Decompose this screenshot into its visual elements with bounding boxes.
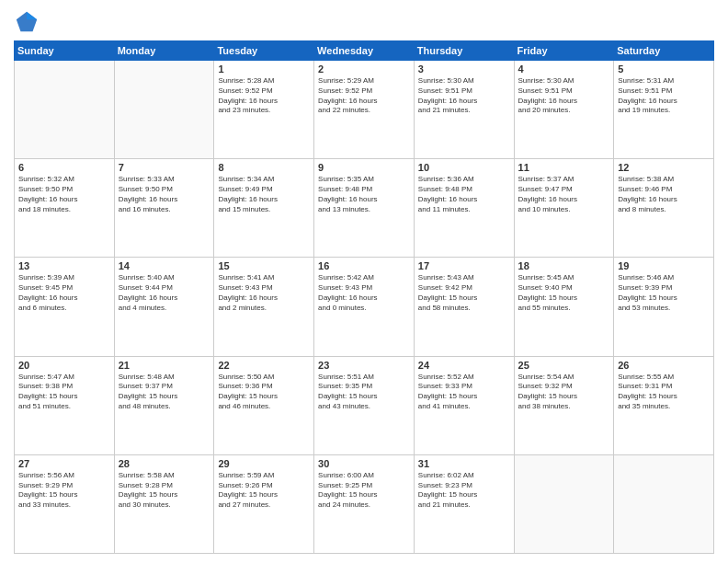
calendar-cell: 11Sunrise: 5:37 AM Sunset: 9:47 PM Dayli…	[514, 159, 614, 258]
day-number: 23	[318, 360, 410, 371]
cell-details: Sunrise: 5:54 AM Sunset: 9:32 PM Dayligh…	[518, 373, 610, 412]
day-number: 21	[119, 360, 210, 371]
page: SundayMondayTuesdayWednesdayThursdayFrid…	[0, 0, 728, 563]
cell-details: Sunrise: 5:51 AM Sunset: 9:35 PM Dayligh…	[318, 373, 410, 412]
calendar-cell: 15Sunrise: 5:41 AM Sunset: 9:43 PM Dayli…	[214, 258, 314, 356]
header	[14, 9, 714, 35]
day-number: 2	[318, 63, 410, 75]
calendar-cell: 19Sunrise: 5:46 AM Sunset: 9:39 PM Dayli…	[614, 258, 714, 356]
weekday-header: Sunday	[15, 41, 115, 61]
day-number: 17	[418, 260, 510, 271]
svg-marker-1	[27, 12, 37, 19]
calendar-week-row: 6Sunrise: 5:32 AM Sunset: 9:50 PM Daylig…	[15, 159, 714, 258]
day-number: 30	[318, 458, 410, 469]
calendar-cell: 26Sunrise: 5:55 AM Sunset: 9:31 PM Dayli…	[614, 356, 714, 454]
calendar-cell: 9Sunrise: 5:35 AM Sunset: 9:48 PM Daylig…	[314, 159, 415, 258]
day-number: 9	[318, 162, 410, 173]
calendar-cell: 23Sunrise: 5:51 AM Sunset: 9:35 PM Dayli…	[314, 356, 415, 454]
cell-details: Sunrise: 5:32 AM Sunset: 9:50 PM Dayligh…	[18, 175, 110, 214]
cell-details: Sunrise: 5:37 AM Sunset: 9:47 PM Dayligh…	[518, 175, 610, 214]
weekday-row: SundayMondayTuesdayWednesdayThursdayFrid…	[15, 41, 714, 61]
cell-details: Sunrise: 5:35 AM Sunset: 9:48 PM Dayligh…	[318, 175, 410, 214]
cell-details: Sunrise: 5:52 AM Sunset: 9:33 PM Dayligh…	[418, 373, 510, 412]
cell-details: Sunrise: 5:28 AM Sunset: 9:52 PM Dayligh…	[218, 76, 310, 116]
day-number: 25	[518, 360, 610, 371]
calendar-cell: 21Sunrise: 5:48 AM Sunset: 9:37 PM Dayli…	[114, 356, 214, 454]
calendar-cell: 25Sunrise: 5:54 AM Sunset: 9:32 PM Dayli…	[514, 356, 614, 454]
cell-details: Sunrise: 5:36 AM Sunset: 9:48 PM Dayligh…	[418, 175, 510, 214]
day-number: 15	[218, 260, 310, 271]
calendar-cell: 30Sunrise: 6:00 AM Sunset: 9:25 PM Dayli…	[314, 454, 415, 553]
calendar-cell: 29Sunrise: 5:59 AM Sunset: 9:26 PM Dayli…	[214, 454, 314, 553]
calendar-week-row: 13Sunrise: 5:39 AM Sunset: 9:45 PM Dayli…	[15, 258, 714, 356]
day-number: 3	[418, 63, 510, 75]
weekday-header: Saturday	[614, 41, 714, 61]
cell-details: Sunrise: 5:59 AM Sunset: 9:26 PM Dayligh…	[218, 471, 310, 511]
cell-details: Sunrise: 5:33 AM Sunset: 9:50 PM Dayligh…	[119, 175, 210, 214]
day-number: 4	[518, 63, 610, 75]
weekday-header: Friday	[514, 41, 614, 61]
day-number: 8	[218, 162, 310, 173]
calendar-cell: 31Sunrise: 6:02 AM Sunset: 9:23 PM Dayli…	[414, 454, 514, 553]
cell-details: Sunrise: 5:30 AM Sunset: 9:51 PM Dayligh…	[518, 76, 610, 116]
day-number: 19	[618, 260, 710, 271]
calendar-cell: 13Sunrise: 5:39 AM Sunset: 9:45 PM Dayli…	[15, 258, 115, 356]
calendar-cell	[514, 454, 614, 553]
day-number: 29	[218, 458, 310, 469]
calendar-cell: 7Sunrise: 5:33 AM Sunset: 9:50 PM Daylig…	[114, 159, 214, 258]
day-number: 27	[18, 458, 110, 469]
day-number: 14	[119, 260, 210, 271]
weekday-header: Thursday	[414, 41, 514, 61]
calendar-cell: 28Sunrise: 5:58 AM Sunset: 9:28 PM Dayli…	[114, 454, 214, 553]
day-number: 7	[119, 162, 210, 173]
cell-details: Sunrise: 5:34 AM Sunset: 9:49 PM Dayligh…	[218, 175, 310, 214]
cell-details: Sunrise: 5:39 AM Sunset: 9:45 PM Dayligh…	[18, 273, 110, 313]
calendar-body: 1Sunrise: 5:28 AM Sunset: 9:52 PM Daylig…	[15, 61, 714, 554]
cell-details: Sunrise: 5:30 AM Sunset: 9:51 PM Dayligh…	[418, 76, 510, 116]
cell-details: Sunrise: 5:43 AM Sunset: 9:42 PM Dayligh…	[418, 273, 510, 313]
cell-details: Sunrise: 5:45 AM Sunset: 9:40 PM Dayligh…	[518, 273, 610, 313]
calendar-table: SundayMondayTuesdayWednesdayThursdayFrid…	[14, 40, 714, 554]
calendar-cell: 12Sunrise: 5:38 AM Sunset: 9:46 PM Dayli…	[614, 159, 714, 258]
calendar-cell: 10Sunrise: 5:36 AM Sunset: 9:48 PM Dayli…	[414, 159, 514, 258]
day-number: 13	[18, 260, 110, 271]
cell-details: Sunrise: 5:29 AM Sunset: 9:52 PM Dayligh…	[318, 76, 410, 116]
calendar-cell: 3Sunrise: 5:30 AM Sunset: 9:51 PM Daylig…	[414, 61, 514, 159]
calendar-cell: 2Sunrise: 5:29 AM Sunset: 9:52 PM Daylig…	[314, 61, 415, 159]
day-number: 20	[18, 360, 110, 371]
calendar-cell: 1Sunrise: 5:28 AM Sunset: 9:52 PM Daylig…	[214, 61, 314, 159]
cell-details: Sunrise: 5:58 AM Sunset: 9:28 PM Dayligh…	[119, 471, 210, 511]
cell-details: Sunrise: 5:56 AM Sunset: 9:29 PM Dayligh…	[18, 471, 110, 511]
calendar-cell: 8Sunrise: 5:34 AM Sunset: 9:49 PM Daylig…	[214, 159, 314, 258]
calendar-cell	[15, 61, 115, 159]
calendar-cell: 17Sunrise: 5:43 AM Sunset: 9:42 PM Dayli…	[414, 258, 514, 356]
day-number: 24	[418, 360, 510, 371]
cell-details: Sunrise: 5:38 AM Sunset: 9:46 PM Dayligh…	[618, 175, 710, 214]
day-number: 1	[218, 63, 310, 75]
cell-details: Sunrise: 5:48 AM Sunset: 9:37 PM Dayligh…	[119, 373, 210, 412]
day-number: 18	[518, 260, 610, 271]
day-number: 6	[18, 162, 110, 173]
day-number: 22	[218, 360, 310, 371]
day-number: 10	[418, 162, 510, 173]
weekday-header: Monday	[114, 41, 214, 61]
cell-details: Sunrise: 6:02 AM Sunset: 9:23 PM Dayligh…	[418, 471, 510, 511]
calendar-week-row: 1Sunrise: 5:28 AM Sunset: 9:52 PM Daylig…	[15, 61, 714, 159]
calendar-cell: 6Sunrise: 5:32 AM Sunset: 9:50 PM Daylig…	[15, 159, 115, 258]
weekday-header: Wednesday	[314, 41, 415, 61]
cell-details: Sunrise: 6:00 AM Sunset: 9:25 PM Dayligh…	[318, 471, 410, 511]
calendar-week-row: 20Sunrise: 5:47 AM Sunset: 9:38 PM Dayli…	[15, 356, 714, 454]
cell-details: Sunrise: 5:47 AM Sunset: 9:38 PM Dayligh…	[18, 373, 110, 412]
calendar-week-row: 27Sunrise: 5:56 AM Sunset: 9:29 PM Dayli…	[15, 454, 714, 553]
cell-details: Sunrise: 5:42 AM Sunset: 9:43 PM Dayligh…	[318, 273, 410, 313]
day-number: 28	[119, 458, 210, 469]
day-number: 16	[318, 260, 410, 271]
logo	[14, 9, 43, 35]
calendar-cell: 4Sunrise: 5:30 AM Sunset: 9:51 PM Daylig…	[514, 61, 614, 159]
calendar-cell	[614, 454, 714, 553]
calendar-header: SundayMondayTuesdayWednesdayThursdayFrid…	[15, 41, 714, 61]
calendar-cell: 27Sunrise: 5:56 AM Sunset: 9:29 PM Dayli…	[15, 454, 115, 553]
cell-details: Sunrise: 5:50 AM Sunset: 9:36 PM Dayligh…	[218, 373, 310, 412]
cell-details: Sunrise: 5:41 AM Sunset: 9:43 PM Dayligh…	[218, 273, 310, 313]
cell-details: Sunrise: 5:31 AM Sunset: 9:51 PM Dayligh…	[618, 76, 710, 116]
